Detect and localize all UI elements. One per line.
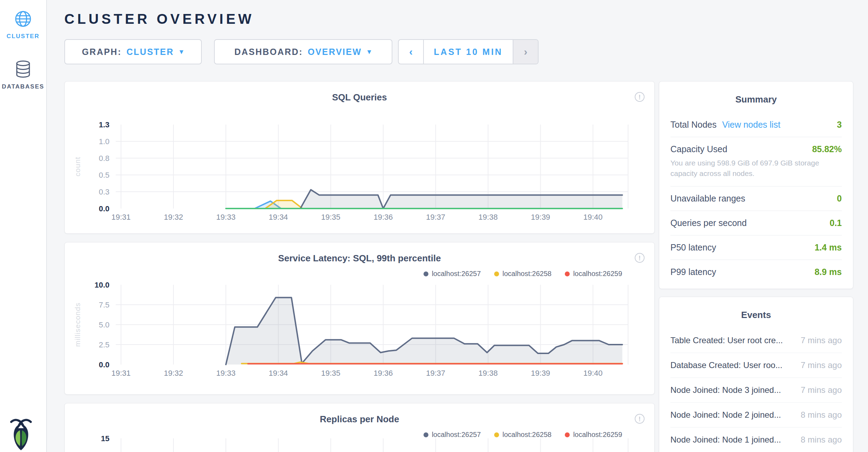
main-content: CLUSTER OVERVIEW GRAPH: CLUSTER ▾ DASHBO… [48,0,868,452]
chevron-left-icon: ‹ [409,46,413,58]
time-next-button[interactable]: › [513,40,538,64]
summary-row: P99 latency8.9 ms [670,260,842,284]
event-row: Table Created: User root cre...7 mins ag… [670,328,842,353]
summary-row-value: 1.4 ms [814,242,842,253]
globe-icon [0,10,46,29]
svg-text:19:39: 19:39 [531,369,550,377]
sidebar-item-databases[interactable]: DATABASES [0,60,46,90]
svg-text:19:35: 19:35 [321,213,340,221]
svg-text:19:34: 19:34 [269,369,288,377]
event-text: Node Joined: Node 2 joined... [670,410,781,420]
summary-title: Summary [659,82,853,105]
graph-selector-dropdown[interactable]: GRAPH: CLUSTER ▾ [64,39,202,64]
svg-text:0.0: 0.0 [99,204,109,213]
dashboard-selector-label: DASHBOARD: [234,47,303,57]
svg-text:19:36: 19:36 [373,369,393,377]
summary-row-label: P50 latency [670,242,716,253]
cockroachdb-logo-icon [8,417,34,451]
svg-text:19:32: 19:32 [164,369,183,377]
sidebar-item-cluster[interactable]: CLUSTER [0,10,46,40]
event-row: Node Joined: Node 1 joined...8 mins ago [670,428,842,452]
summary-row-label: Capacity Used [670,144,727,154]
graph-selector-value: CLUSTER [127,47,174,57]
svg-text:0.0: 0.0 [99,360,109,369]
page-title: CLUSTER OVERVIEW [64,11,254,27]
event-text: Node Joined: Node 1 joined... [670,435,781,445]
summary-row-value: 0.1 [830,218,842,228]
event-time: 7 mins ago [794,385,842,395]
svg-text:19:40: 19:40 [583,213,603,221]
svg-text:19:34: 19:34 [269,213,288,221]
svg-text:15: 15 [101,434,109,443]
summary-rows: Total NodesView nodes list3Capacity Used… [670,113,842,284]
summary-row-label: P99 latency [670,267,716,277]
event-time: 8 mins ago [794,435,842,445]
svg-text:19:37: 19:37 [426,369,445,377]
svg-text:19:39: 19:39 [531,213,550,221]
svg-text:19:32: 19:32 [164,213,183,221]
svg-text:19:31: 19:31 [111,369,130,377]
event-time: 7 mins ago [794,336,842,345]
svg-text:5.0: 5.0 [99,320,109,329]
chart-card-service-latency: Service Latency: SQL, 99th percentile ! … [64,242,655,395]
svg-text:0.5: 0.5 [99,171,109,179]
svg-text:19:33: 19:33 [216,213,235,221]
time-prev-button[interactable]: ‹ [399,40,424,64]
svg-text:19:37: 19:37 [426,213,445,221]
dashboard-selector-dropdown[interactable]: DASHBOARD: OVERVIEW ▾ [214,39,392,64]
event-row: Database Created: User roo...7 mins ago [670,353,842,378]
event-text: Table Created: User root cre... [670,336,783,345]
chart-canvas[interactable]: 10.07.55.02.50.019:3119:3219:3319:3419:3… [65,242,655,395]
chart-card-sql-queries: SQL Queries ! 1.31.00.80.50.30.019:3119:… [64,81,655,234]
svg-text:19:40: 19:40 [583,369,603,377]
chart-card-replicas-per-node: Replicas per Node ! localhost:26257local… [64,403,655,452]
svg-text:0.8: 0.8 [99,154,109,163]
svg-text:1.0: 1.0 [99,137,109,146]
summary-row: Total NodesView nodes list3 [670,113,842,137]
svg-text:1.3: 1.3 [99,120,109,129]
events-title: Events [659,297,853,320]
summary-row-value: 3 [837,120,842,130]
summary-row-label: Total Nodes [670,120,717,130]
svg-text:10.0: 10.0 [94,281,109,289]
event-text: Node Joined: Node 3 joined... [670,385,781,395]
svg-text:19:38: 19:38 [478,369,498,377]
summary-row-label: Queries per second [670,218,747,228]
summary-row: Unavailable ranges0 [670,186,842,211]
summary-row-value: 0 [837,193,842,204]
summary-row: Queries per second0.1 [670,211,842,235]
summary-row-label: Unavailable ranges [670,193,745,204]
graph-selector-label: GRAPH: [82,47,122,57]
sidebar: CLUSTER DATABASES [0,0,47,452]
summary-row-value: 8.9 ms [814,267,842,277]
svg-text:2.5: 2.5 [99,340,109,349]
svg-text:19:33: 19:33 [216,369,235,377]
svg-text:19:36: 19:36 [373,213,393,221]
event-time: 7 mins ago [794,360,842,370]
summary-row: Capacity Used85.82%You are using 598.9 G… [670,137,842,186]
events-panel: Events Table Created: User root cre...7 … [659,297,853,452]
chevron-down-icon: ▾ [179,47,184,56]
svg-text:7.5: 7.5 [99,301,109,309]
svg-text:19:38: 19:38 [478,213,498,221]
svg-text:19:31: 19:31 [111,213,130,221]
svg-text:0.3: 0.3 [99,188,109,196]
time-range-selector: ‹ LAST 10 MIN › [398,39,539,64]
svg-text:19:35: 19:35 [321,369,340,377]
summary-row-value: 85.82% [812,144,842,154]
chevron-right-icon: › [524,46,527,58]
event-row: Node Joined: Node 3 joined...7 mins ago [670,378,842,403]
time-range-label[interactable]: LAST 10 MIN [424,40,513,64]
event-text: Database Created: User roo... [670,360,782,370]
svg-text:milliseconds: milliseconds [73,303,81,347]
sidebar-item-label: DATABASES [2,83,44,90]
chart-canvas[interactable]: 15105019:3119:3219:3319:3419:3519:3619:3… [65,403,655,452]
chevron-down-icon: ▾ [367,47,372,56]
summary-panel: Summary Total NodesView nodes list3Capac… [659,81,853,289]
event-time: 8 mins ago [794,410,842,420]
summary-row: P50 latency1.4 ms [670,235,842,260]
view-nodes-list-link[interactable]: View nodes list [722,120,780,130]
chart-canvas[interactable]: 1.31.00.80.50.30.019:3119:3219:3319:3419… [65,82,655,234]
summary-row-subtext: You are using 598.9 GiB of 697.9 GiB sto… [670,158,842,179]
svg-text:count: count [73,157,81,176]
